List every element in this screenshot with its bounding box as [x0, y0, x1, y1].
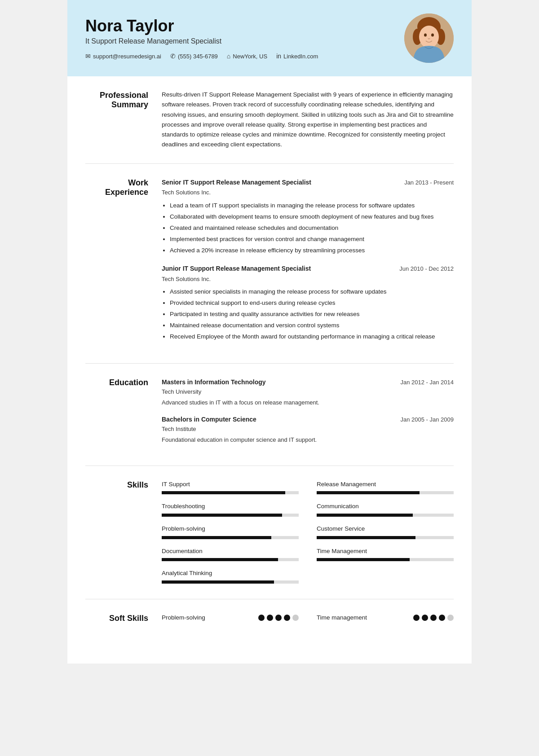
skills-content: IT Support Release Management Troublesho… — [162, 479, 454, 585]
skill-item-left-4: Analytical Thinking — [162, 568, 299, 584]
email-contact: ✉ support@resumedesign.ai — [85, 53, 161, 60]
soft-skills-label: Soft Skills — [85, 613, 162, 623]
dot-filled — [267, 615, 273, 621]
email-icon: ✉ — [85, 53, 91, 60]
svg-point-4 — [419, 26, 439, 48]
soft-skills-section: Soft Skills Problem-solvingTime manageme… — [85, 613, 454, 637]
skill-item-left-2: Problem-solving — [162, 524, 299, 539]
dot-filled — [430, 615, 437, 621]
soft-skills-grid: Problem-solvingTime management — [162, 613, 454, 623]
edu-entry-0: Masters in Information TechnologyJan 201… — [162, 377, 454, 407]
candidate-title: It Support Release Management Specialist — [85, 37, 395, 45]
skill-name: IT Support — [162, 479, 299, 489]
summary-content: Results-driven IT Support Release Manage… — [162, 90, 454, 150]
edu-degree-0: Masters in Information Technology — [162, 377, 266, 387]
job-company-1: Tech Solutions Inc. — [162, 275, 454, 284]
job-company-0: Tech Solutions Inc. — [162, 188, 454, 198]
work-content: Senior IT Support Release Management Spe… — [162, 177, 454, 350]
skill-bar-fill — [317, 514, 413, 517]
skill-name: Analytical Thinking — [162, 568, 299, 578]
skill-bar-track — [162, 514, 299, 517]
skill-bar-fill — [317, 491, 420, 494]
job-bullets-0: Lead a team of IT support specialists in… — [162, 201, 454, 255]
dot-filled — [439, 615, 445, 621]
edu-school-0: Tech University — [162, 387, 454, 397]
education-content: Masters in Information TechnologyJan 201… — [162, 377, 454, 452]
work-label: Work Experience — [85, 177, 162, 350]
edu-date-0: Jan 2012 - Jan 2014 — [400, 378, 454, 387]
job-bullet-0-3: Implemented best practices for version c… — [170, 235, 454, 244]
skill-bar-track — [317, 536, 454, 539]
skill-name: Time Management — [317, 546, 454, 556]
job-entry-0: Senior IT Support Release Management Spe… — [162, 177, 454, 255]
skill-bar-track — [317, 491, 454, 494]
phone-icon: ✆ — [170, 53, 176, 60]
skill-name: Problem-solving — [162, 524, 299, 534]
skill-bar-track — [317, 558, 454, 561]
skill-name: Release Management — [317, 479, 454, 489]
skill-name: Documentation — [162, 546, 299, 556]
skill-bar-fill — [162, 514, 282, 517]
skill-bar-fill — [162, 491, 285, 494]
svg-point-5 — [424, 34, 427, 37]
job-bullet-0-4: Achieved a 20% increase in release effic… — [170, 246, 454, 255]
job-date-1: Jun 2010 - Dec 2012 — [399, 264, 454, 274]
skill-item-right-2: Customer Service — [317, 524, 454, 539]
skill-item-left-3: Documentation — [162, 546, 299, 562]
job-bullet-1-1: Provided technical support to end-users … — [170, 299, 454, 308]
linkedin-contact: in LinkedIn.com — [276, 53, 318, 60]
skills-grid: IT Support Release Management Troublesho… — [162, 479, 454, 585]
soft-skill-dots-1 — [413, 615, 454, 621]
job-header-0: Senior IT Support Release Management Spe… — [162, 177, 454, 188]
edu-date-1: Jan 2005 - Jan 2009 — [400, 415, 454, 425]
soft-skill-name-1: Time management — [317, 613, 367, 623]
edu-entry-1: Bachelors in Computer ScienceJan 2005 - … — [162, 414, 454, 444]
dot-empty — [292, 615, 299, 621]
education-label: Education — [85, 377, 162, 452]
job-header-1: Junior IT Support Release Management Spe… — [162, 264, 454, 274]
edu-school-1: Tech Institute — [162, 425, 454, 434]
job-bullets-1: Assisted senior specialists in managing … — [162, 287, 454, 342]
soft-skills-content: Problem-solvingTime management — [162, 613, 454, 623]
skill-item-left-0: IT Support — [162, 479, 299, 495]
location-contact: ⌂ NewYork, US — [227, 53, 267, 60]
contact-info: ✉ support@resumedesign.ai ✆ (555) 345-67… — [85, 53, 395, 60]
skill-item-right-3: Time Management — [317, 546, 454, 562]
skill-bar-fill — [317, 558, 410, 561]
skill-bar-fill — [162, 580, 274, 584]
job-bullet-1-2: Participated in testing and quality assu… — [170, 310, 454, 319]
soft-skill-item-0: Problem-solving — [162, 613, 299, 623]
location-value: NewYork, US — [233, 53, 267, 60]
edu-header-1: Bachelors in Computer ScienceJan 2005 - … — [162, 414, 454, 425]
skill-name: Communication — [317, 501, 454, 511]
main-content: Professional Summary Results-driven IT S… — [67, 76, 472, 664]
job-bullet-0-0: Lead a team of IT support specialists in… — [170, 201, 454, 211]
edu-desc-1: Foundational education in computer scien… — [162, 435, 454, 445]
job-entry-1: Junior IT Support Release Management Spe… — [162, 264, 454, 342]
email-value: support@resumedesign.ai — [93, 53, 161, 60]
dot-empty — [447, 615, 454, 621]
header-left: Nora Taylor It Support Release Managemen… — [85, 17, 395, 60]
edu-desc-0: Advanced studies in IT with a focus on r… — [162, 398, 454, 408]
skill-bar-track — [317, 514, 454, 517]
profile-photo — [404, 13, 454, 63]
skill-bar-fill — [317, 536, 415, 539]
summary-label: Professional Summary — [85, 90, 162, 150]
job-bullet-0-1: Collaborated with development teams to e… — [170, 212, 454, 222]
job-bullet-1-0: Assisted senior specialists in managing … — [170, 287, 454, 297]
job-title-1: Junior IT Support Release Management Spe… — [162, 264, 311, 273]
skill-bar-track — [162, 491, 299, 494]
linkedin-value: LinkedIn.com — [283, 53, 318, 60]
header-section: Nora Taylor It Support Release Managemen… — [67, 0, 472, 76]
skill-item-right-1: Communication — [317, 501, 454, 517]
dot-filled — [258, 615, 265, 621]
edu-degree-1: Bachelors in Computer Science — [162, 414, 256, 424]
job-bullet-1-4: Received Employee of the Month award for… — [170, 332, 454, 342]
svg-point-6 — [431, 34, 434, 37]
dot-filled — [413, 615, 420, 621]
linkedin-icon: in — [276, 53, 281, 60]
soft-skill-item-1: Time management — [317, 613, 454, 623]
work-section: Work Experience Senior IT Support Releas… — [85, 177, 454, 364]
skill-item-left-1: Troubleshooting — [162, 501, 299, 517]
job-title-0: Senior IT Support Release Management Spe… — [162, 177, 311, 187]
